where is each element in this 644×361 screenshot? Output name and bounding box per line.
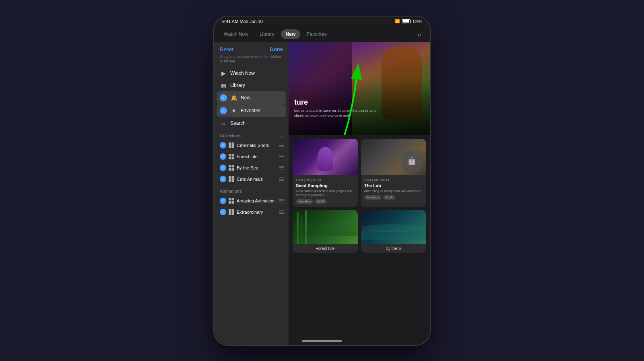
main-content: ture bot, on a quest to save on. Uncover…: [289, 42, 430, 345]
video-card-lab[interactable]: 🤖 2024 | NR | 00:14 The Lab After fillin…: [361, 139, 426, 207]
sidebar-item-library[interactable]: ▦ Library: [214, 79, 289, 91]
animations-chevron[interactable]: ⌄: [280, 189, 283, 193]
search-label: Search: [230, 120, 283, 126]
collections-section-header: Collections ⌄: [214, 129, 289, 140]
animals-drag-handle[interactable]: [277, 177, 285, 182]
battery-fill: [402, 20, 409, 23]
battery-text: 100%: [413, 19, 422, 23]
sea-label: By the Sea: [237, 165, 275, 170]
amazing-grid-icon: [229, 198, 234, 204]
wifi-icon: 📶: [395, 19, 400, 23]
hero-description: bot, on a quest to save on. Uncover the …: [294, 108, 382, 118]
status-bar: 9:41 AM Mon Jun 10 📶 100%: [214, 17, 430, 25]
seed-desc: On a planet covered in lush jungles and …: [296, 189, 355, 198]
sidebar-item-watch[interactable]: ▶ Watch Now: [214, 67, 289, 79]
seed-tag-animation: Animation: [296, 199, 313, 204]
device-frame: 9:41 AM Mon Jun 10 📶 100% Watch Now Libr…: [213, 16, 431, 346]
favorites-label: Favorites: [241, 108, 283, 113]
bell-icon: 🔔: [230, 95, 237, 101]
app-container: Watch Now Library New Favorites ⌕ Reset …: [214, 17, 430, 345]
animals-label: Cute Animals: [237, 177, 275, 182]
animations-section-header: Animations ⌄: [214, 185, 289, 195]
forest-drag-handle[interactable]: [277, 154, 285, 159]
amazing-label: Amazing Animation: [237, 198, 275, 203]
watch-icon: ▶: [220, 70, 227, 76]
seed-info: 2024 | NR | 00:14 Seed Sampling On a pla…: [293, 175, 358, 207]
forest-title: Forest Life: [293, 244, 358, 253]
video-grid: 2024 | NR | 00:14 Seed Sampling On a pla…: [289, 135, 430, 257]
sea-check: ✓: [220, 165, 226, 171]
extraordinary-label: Extraordinary: [237, 210, 275, 215]
home-indicator: [302, 340, 342, 342]
extraordinary-drag-handle[interactable]: [277, 210, 285, 215]
collection-card-forest[interactable]: Forest Life: [293, 210, 358, 253]
hero-section: ture bot, on a quest to save on. Uncover…: [289, 42, 430, 135]
seed-meta: 2024 | NR | 00:14: [296, 178, 355, 182]
seed-tags: Animation Sci-Fi: [296, 199, 355, 204]
lab-info: 2024 | NR | 00:14 The Lab After filling …: [361, 175, 426, 203]
animals-check: ✓: [220, 176, 226, 182]
new-check-icon: ✓: [220, 94, 227, 101]
lab-tag-scifi: Sci-Fi: [383, 195, 395, 200]
collections-title: Collections: [220, 133, 242, 138]
reset-button[interactable]: Reset: [220, 46, 233, 52]
hero-overlay: [289, 42, 430, 135]
done-button[interactable]: Done: [270, 46, 283, 52]
cinematic-grid-icon: [229, 142, 234, 148]
device-inner: 9:41 AM Mon Jun 10 📶 100% Watch Now Libr…: [214, 17, 430, 345]
seed-tag-scifi: Sci-Fi: [315, 199, 327, 204]
sidebar-header: Reset Done: [214, 42, 289, 55]
sidebar-item-amazing[interactable]: ✓ Amazing Animation: [214, 195, 289, 206]
cinematic-label: Cinematic Shots: [237, 143, 275, 148]
lab-meta: 2024 | NR | 00:14: [364, 178, 423, 182]
hero-title: ture: [294, 98, 382, 107]
status-time: 9:41 AM Mon Jun 10: [222, 19, 263, 24]
sidebar-item-animals[interactable]: ✓ Cute Animals: [214, 173, 289, 185]
search-sidebar-icon: ⌕: [220, 120, 227, 126]
sidebar: Reset Done Drag to customize items in th…: [214, 42, 289, 345]
sidebar-hint: Drag to customize items in the sidebar o…: [214, 55, 289, 67]
cinematic-check: ✓: [220, 142, 226, 149]
tab-library[interactable]: Library: [255, 29, 279, 39]
sea-drag-handle[interactable]: [277, 165, 285, 171]
search-icon: ⌕: [418, 31, 421, 37]
sidebar-item-cinematic[interactable]: ✓ Cinematic Shots: [214, 140, 289, 151]
lab-tags: Animation Sci-Fi: [364, 195, 423, 200]
sidebar-item-extraordinary[interactable]: ✓ Extraordinary: [214, 206, 289, 218]
sidebar-item-sea[interactable]: ✓ By the Sea: [214, 162, 289, 173]
sea-title: By the S: [361, 244, 426, 253]
animations-title: Animations: [220, 189, 242, 194]
sea-grid-icon: [229, 165, 234, 171]
sidebar-item-forest[interactable]: ✓ Forest Life: [214, 151, 289, 162]
forest-grid-icon: [229, 154, 234, 159]
heart-icon: ♥: [230, 107, 237, 114]
video-card-seed[interactable]: 2024 | NR | 00:14 Seed Sampling On a pla…: [293, 139, 358, 207]
search-button[interactable]: ⌕: [414, 29, 425, 40]
extraordinary-grid-icon: [229, 209, 234, 215]
collections-chevron[interactable]: ⌄: [280, 133, 283, 138]
amazing-drag-handle[interactable]: [277, 198, 285, 204]
tab-watch-now[interactable]: Watch Now: [219, 29, 253, 39]
seed-thumbnail: [293, 139, 358, 175]
sidebar-item-favorites[interactable]: ✓ ♥ Favorites: [217, 104, 286, 117]
library-label: Library: [230, 83, 283, 88]
library-icon: ▦: [220, 82, 227, 89]
status-right: 📶 100%: [395, 19, 422, 23]
lab-desc: After filling its backp brim with dozens…: [364, 189, 423, 193]
lab-thumbnail: 🤖: [361, 139, 426, 175]
sidebar-item-new[interactable]: ✓ 🔔 New: [217, 91, 286, 104]
collection-card-sea[interactable]: By the S: [361, 210, 426, 253]
cinematic-drag-handle[interactable]: [277, 143, 285, 148]
watch-label: Watch Now: [230, 70, 283, 76]
animals-grid-icon: [229, 176, 234, 182]
forest-thumbnail: [293, 210, 358, 244]
content-layout: Reset Done Drag to customize items in th…: [214, 42, 430, 345]
sidebar-item-search[interactable]: ⌕ Search: [214, 117, 289, 129]
tab-bar: Watch Now Library New Favorites ⌕: [214, 26, 430, 42]
extraordinary-check: ✓: [220, 209, 226, 215]
new-label: New: [241, 95, 283, 101]
tab-new[interactable]: New: [281, 29, 301, 39]
tab-favorites[interactable]: Favorites: [302, 29, 331, 39]
hero-text: ture bot, on a quest to save on. Uncover…: [294, 98, 382, 118]
seed-title: Seed Sampling: [296, 183, 355, 188]
